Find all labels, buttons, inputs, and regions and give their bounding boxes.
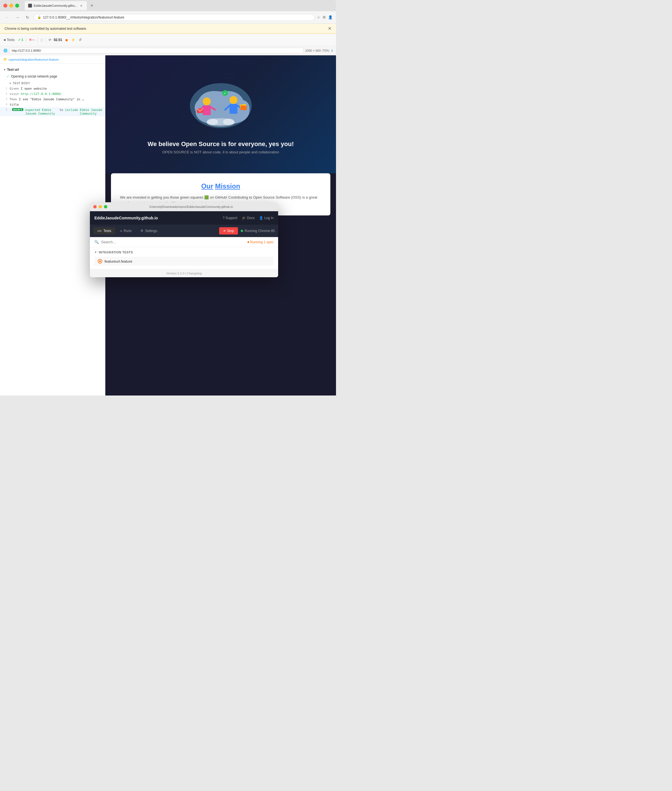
- svg-point-16: [207, 118, 218, 125]
- fail-stat: ✕ --: [29, 38, 35, 42]
- automation-banner-text: Chrome is being controlled by automated …: [5, 27, 87, 30]
- running-chrome-label: Running Chrome 85: [245, 229, 275, 233]
- app-minimize-button[interactable]: [99, 205, 102, 208]
- stop-label: Stop: [227, 229, 234, 233]
- automation-banner: Chrome is being controlled by automated …: [0, 24, 336, 34]
- address-bar[interactable]: 🔒 127.0.0.1:8080/__/#/tests/integration/…: [34, 14, 315, 21]
- app-maximize-button[interactable]: [104, 205, 107, 208]
- cypress-panel: 📁 cypress/integration/featureurl.feature…: [0, 55, 106, 395]
- minimize-button[interactable]: [9, 4, 13, 8]
- tab-runs[interactable]: ≡ Runs: [116, 227, 135, 235]
- app-search-bar: 🔍 Running 1 spec: [90, 237, 278, 247]
- tab-close-icon[interactable]: ✕: [79, 3, 83, 8]
- test-item[interactable]: ✓ Opening a social network page: [0, 74, 105, 80]
- tab-tests[interactable]: </> Tests: [93, 227, 115, 235]
- tests-label: Tests: [7, 38, 14, 42]
- feature-icon: [98, 259, 102, 264]
- breadcrumb-path[interactable]: cypress/integration/featureurl.feature: [8, 58, 59, 61]
- hero-section: ✓ We believe Open Source is for everyone…: [106, 55, 336, 173]
- integration-section: ▼ INTEGRATION TESTS featureurl.feature: [90, 247, 278, 269]
- feature-file-item[interactable]: featureurl.feature: [94, 257, 274, 266]
- mission-title: Our Mission: [120, 182, 322, 190]
- footer-text: Version 5.2.0 | Changelog: [166, 272, 202, 275]
- int-arrow-icon: ▼: [94, 251, 97, 254]
- test-body-label: TEST BODY: [13, 82, 30, 85]
- star-icon[interactable]: ☆: [317, 15, 320, 19]
- pending-stat: ◌: [40, 38, 43, 42]
- app-nav: EddieJaoudeCommunity.github.io ? Support…: [90, 211, 278, 225]
- svg-rect-3: [203, 105, 211, 115]
- cypress-url-bar: 🌐 1000 × 660 (75%) ℹ: [0, 46, 336, 55]
- globe-icon: 🌐: [3, 49, 8, 53]
- search-icon: 🔍: [94, 240, 99, 244]
- suite-arrow-icon: ▼: [3, 68, 6, 71]
- tab-settings-label: Settings: [145, 229, 157, 233]
- folder-icon: 📁: [3, 58, 7, 61]
- title-bar: EddieJaoudeCommunity.githu... ✕ +: [0, 0, 336, 11]
- code-row-3: 3 Then I see "Eddie Jaoude Community" in…: [0, 97, 105, 102]
- code-row-4: 4 title: [0, 102, 105, 107]
- svg-text:✓: ✓: [224, 91, 226, 95]
- maximize-button[interactable]: [15, 4, 19, 8]
- test-stats: ✓ 1 | ✕ -- | ◌ | ⟳: [18, 37, 51, 42]
- runs-icon: ≡: [120, 229, 122, 233]
- extension-icon[interactable]: ⚙: [323, 15, 326, 19]
- svg-point-2: [203, 97, 211, 105]
- tests-toggle[interactable]: ◀ Tests: [3, 38, 14, 42]
- integration-header: ▼ INTEGRATION TESTS: [94, 251, 274, 254]
- pass-stat: ✓ 1: [18, 38, 23, 42]
- stop-button[interactable]: ✕ Stop: [219, 227, 238, 235]
- code-icon: </>: [97, 229, 102, 233]
- code-row-2: 2 visit http://127.0.0.1:8080/: [0, 91, 105, 97]
- nav-docs-link[interactable]: 🎓 Docs: [242, 216, 255, 220]
- browser-tab[interactable]: EddieJaoudeCommunity.githu... ✕: [25, 1, 87, 10]
- close-button[interactable]: [3, 4, 7, 8]
- banner-close-icon[interactable]: ✕: [328, 26, 331, 31]
- orange-dot: [66, 37, 68, 42]
- lightning-icon[interactable]: ⚡: [71, 38, 75, 42]
- code-table: 1 Given I open website 2 visit http://12…: [0, 86, 105, 116]
- app-traffic-lights[interactable]: [93, 205, 107, 208]
- address-bar-actions: ☆ ⚙ 👤: [317, 15, 333, 19]
- svg-point-17: [223, 118, 234, 125]
- toggle-arrow-icon: ◀: [3, 38, 6, 41]
- tab-favicon: [28, 4, 32, 8]
- svg-rect-12: [240, 105, 246, 110]
- app-close-button[interactable]: [93, 205, 97, 208]
- app-footer: Version 5.2.0 | Changelog: [90, 269, 278, 277]
- test-tree: ▼ Test url ✓ Opening a social network pa…: [0, 64, 105, 395]
- feature-file-name: featureurl.feature: [104, 259, 132, 264]
- search-input-wrap: 🔍: [94, 240, 157, 244]
- profile-icon[interactable]: 👤: [328, 15, 333, 19]
- back-button[interactable]: ←: [3, 13, 11, 21]
- tab-settings[interactable]: ⚙ Settings: [136, 227, 161, 235]
- reload-button[interactable]: ↻: [24, 13, 32, 21]
- url-text: 127.0.0.1:8080/__/#/tests/integration/fe…: [43, 16, 311, 19]
- running-spec: Running 1 spec: [248, 240, 274, 244]
- tab-runs-label: Runs: [123, 229, 131, 233]
- forward-button[interactable]: →: [13, 13, 21, 21]
- test-body-section: ▼ TEST BODY 1 Given I open website 2: [0, 80, 105, 117]
- search-input[interactable]: [101, 240, 157, 244]
- cypress-url-input[interactable]: [9, 48, 303, 53]
- viewport-toggle[interactable]: ℹ: [331, 49, 333, 53]
- app-window-title: /Users/ej/Downloads/repos/EddieJaoudeCom…: [107, 205, 275, 208]
- nav-login-link[interactable]: 👤 Log In: [259, 216, 274, 220]
- running-stat: ⟳: [49, 38, 51, 42]
- breadcrumb: 📁 cypress/integration/featureurl.feature: [0, 55, 105, 64]
- new-tab-button[interactable]: +: [88, 2, 96, 10]
- reload-tests-button[interactable]: ↺: [78, 38, 82, 42]
- hero-title: We believe Open Source is for everyone, …: [147, 141, 294, 148]
- test-suite-title: ▼ Test url: [0, 66, 105, 74]
- traffic-lights[interactable]: [3, 4, 19, 8]
- running-chrome: Running Chrome 85: [241, 229, 275, 233]
- nav-support-link[interactable]: ? Support: [223, 216, 237, 220]
- tab-title: EddieJaoudeCommunity.githu...: [34, 4, 77, 7]
- test-body-header: ▼ TEST BODY: [0, 81, 105, 86]
- running-dot: [241, 230, 243, 232]
- integration-header-label: INTEGRATION TESTS: [99, 251, 133, 254]
- cypress-app-window: /Users/ej/Downloads/repos/EddieJaoudeCom…: [90, 202, 278, 277]
- suite-name: Test url: [7, 68, 19, 72]
- app-actions: ✕ Stop Running Chrome 85: [219, 227, 275, 235]
- x-icon: ✕: [223, 229, 226, 233]
